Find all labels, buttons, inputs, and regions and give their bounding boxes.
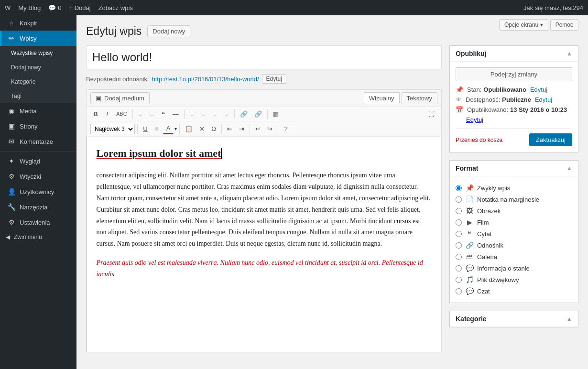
visibility-icon: 👁 — [456, 96, 462, 103]
publish-title: Opublikuj — [456, 50, 487, 57]
format-radio-chat[interactable] — [456, 288, 462, 294]
layout: ⌂ Kokpit ✏ Wpisy Wszystkie wpisy Dodaj n… — [0, 15, 588, 369]
format-label-aside: Notatka na marginesie — [477, 196, 539, 203]
preview-button[interactable]: Podejrzyj zmiany — [456, 67, 572, 81]
sidebar-item-strony[interactable]: ▣ Strony — [0, 119, 76, 134]
visibility-row: 👁 Dostępność: Publiczne Edytuj — [456, 96, 572, 103]
unlink-button[interactable]: 🔗 — [251, 109, 265, 119]
format-select[interactable]: Nagłówek 3 — [90, 124, 135, 134]
sidebar-label-dodaj: Dodaj nowy — [11, 64, 41, 71]
screen-options-btn[interactable]: Opcje ekranu ▾ — [499, 19, 548, 31]
align-left-button[interactable]: ≡ — [187, 109, 197, 119]
help-label: Pomoc — [555, 22, 573, 28]
hr-button[interactable]: — — [170, 109, 182, 119]
post-title-input[interactable] — [92, 51, 436, 64]
format-icon-audio: 🎵 — [466, 276, 473, 283]
add-new-button[interactable]: Dodaj nowy — [147, 25, 190, 37]
sidebar-item-kokpit[interactable]: ⌂ Kokpit — [0, 15, 76, 31]
sidebar-item-komentarze[interactable]: ✉ Komentarze — [0, 134, 76, 149]
text-tab[interactable]: Tekstowy — [402, 92, 437, 104]
status-edit-link[interactable]: Edytuj — [530, 86, 547, 93]
special-char-button[interactable]: Ω — [208, 124, 219, 134]
help-btn[interactable]: Pomoc — [550, 19, 578, 31]
sidebar-item-media[interactable]: ◉ Media — [0, 103, 76, 119]
sidebar-item-tagi[interactable]: Tagi — [0, 89, 76, 103]
justify-button[interactable]: ≡ — [152, 124, 162, 134]
undo-button[interactable]: ↩ — [252, 124, 263, 134]
add-media-label: Dodaj medium — [104, 95, 144, 102]
admin-bar-right: Jak się masz, test294 — [523, 4, 583, 11]
sidebar-item-dodaj-nowy[interactable]: Dodaj nowy — [0, 60, 76, 75]
align-right-button[interactable]: ≡ — [210, 109, 220, 119]
format-radio-aside[interactable] — [456, 196, 462, 203]
view-post-link[interactable]: Zobacz wpis — [98, 4, 133, 11]
sidebar-item-ustawienia[interactable]: ⚙ Ustawienia — [0, 215, 76, 230]
outdent-button[interactable]: ⇤ — [224, 124, 235, 134]
update-button[interactable]: Zaktualizuj — [529, 133, 572, 146]
kategorie-metabox-header[interactable]: Kategorie ▲ — [450, 311, 578, 327]
format-option-standard: 📌 Zwykły wpis — [456, 182, 572, 194]
permalink-edit-button[interactable]: Edytuj — [262, 74, 286, 84]
format-radio-quote[interactable] — [456, 231, 462, 237]
bold-button[interactable]: B — [90, 109, 101, 119]
add-new-link[interactable]: + Dodaj — [69, 4, 90, 11]
sidebar-item-kategorie[interactable]: Kategorie — [0, 75, 76, 89]
status-icon: 📌 — [456, 86, 463, 93]
format-radio-link[interactable] — [456, 242, 462, 249]
align-justify-button[interactable]: ≡ — [221, 109, 232, 119]
editor-content[interactable]: Lorem ipsum dolor sit amet consectetur a… — [87, 137, 441, 352]
blockquote-button[interactable]: ❝ — [158, 109, 169, 119]
format-radio-video[interactable] — [456, 219, 462, 226]
wyglad-icon: ✦ — [7, 157, 16, 165]
strikethrough-button[interactable]: ABC — [113, 109, 130, 119]
sidebar-item-wyglad[interactable]: ✦ Wygląd — [0, 153, 76, 169]
indent-button[interactable]: ⇥ — [236, 124, 247, 134]
fullscreen-button[interactable]: ⛶ — [425, 109, 437, 119]
sidebar-item-narzedzia[interactable]: 🔧 Narzędzia — [0, 199, 76, 215]
erase-button[interactable]: ✕ — [196, 124, 207, 134]
unordered-list-button[interactable]: ≡ — [135, 109, 146, 119]
trash-link[interactable]: Przenieś do kosza — [456, 137, 502, 143]
format-radio-audio[interactable] — [456, 277, 462, 283]
underline-button[interactable]: U — [140, 124, 151, 134]
publish-metabox-header[interactable]: Opublikuj ▲ — [450, 46, 578, 62]
sidebar-item-wpisy[interactable]: ✏ Wpisy — [0, 31, 76, 46]
publish-toggle: ▲ — [566, 50, 572, 57]
italic-button[interactable]: I — [102, 109, 112, 119]
sidebar-label-tagi: Tagi — [11, 93, 22, 99]
sep1 — [132, 109, 133, 119]
format-radio-image[interactable] — [456, 208, 462, 214]
text-color-arrow[interactable]: ▾ — [174, 126, 177, 131]
paste-button[interactable]: 📋 — [182, 124, 196, 134]
sidebar-item-wszystkie-wpisy[interactable]: Wszystkie wpisy — [0, 46, 76, 60]
published-edit-link[interactable]: Edytuj — [466, 116, 483, 123]
sidebar-item-uzytkownicy[interactable]: 👤 Użytkownicy — [0, 184, 76, 199]
content-para2: Praesent quis odio vel est malesuada viv… — [97, 257, 432, 280]
align-center-button[interactable]: ≡ — [198, 109, 209, 119]
add-media-button[interactable]: ▣ Dodaj medium — [90, 92, 150, 104]
format-radio-status[interactable] — [456, 265, 462, 271]
visibility-edit-link[interactable]: Edytuj — [535, 96, 552, 103]
visual-tab[interactable]: Wizualny — [364, 92, 400, 104]
ordered-list-button[interactable]: ≡ — [147, 109, 157, 119]
help-toolbar-button[interactable]: ? — [281, 124, 291, 134]
published-icon: 📅 — [456, 106, 463, 113]
site-name[interactable]: My Blog — [18, 4, 41, 11]
format-radio-standard[interactable] — [456, 185, 462, 191]
link-button[interactable]: 🔗 — [237, 109, 250, 119]
wp-logo[interactable]: W — [5, 4, 11, 11]
published-value: 13 Sty 2016 o 10:23 — [510, 106, 567, 113]
heading-text: Lorem ipsum dolor sit amet — [97, 147, 221, 159]
format-radio-gallery[interactable] — [456, 254, 462, 260]
content-with-sidebar: Bezpośredni odnośnik: http://test.1o.pl/… — [86, 45, 578, 360]
redo-button[interactable]: ↪ — [264, 124, 275, 134]
comments-link[interactable]: 💬 0 — [48, 4, 61, 11]
sidebar-collapse[interactable]: ◀ Zwiń menu — [0, 230, 76, 244]
permalink-url[interactable]: http://test.1o.pl/2016/01/13/hello-world… — [152, 76, 259, 83]
sidebar-item-wtyczki[interactable]: ⚙ Wtyczki — [0, 169, 76, 184]
table-button[interactable]: ▦ — [270, 109, 282, 119]
text-color-button[interactable]: A — [163, 123, 174, 134]
format-option-chat: 💬 Czat — [456, 285, 572, 297]
format-metabox-header[interactable]: Format ▲ — [450, 161, 578, 176]
format-option-gallery: 🗃 Galeria — [456, 251, 572, 262]
